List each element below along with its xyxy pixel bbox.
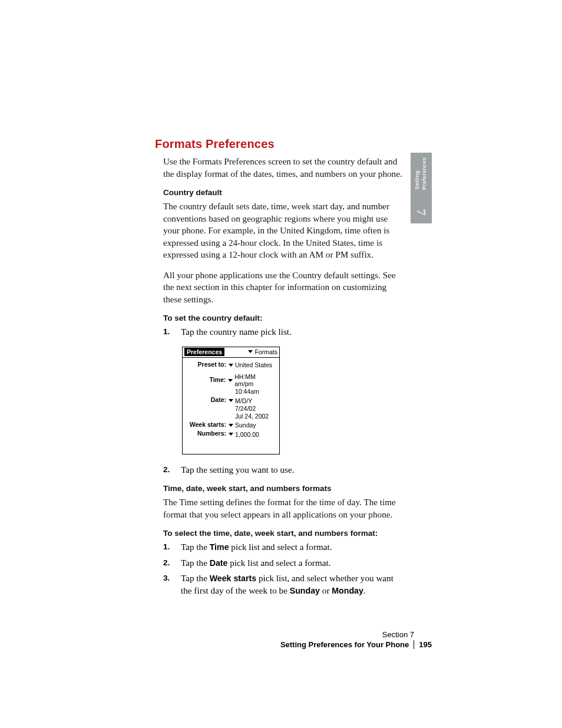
step-item: Tap the Date pick list and select a form… <box>163 557 402 569</box>
palm-row-time: Time: HH:MM am/pm <box>186 373 276 388</box>
section-heading: Formats Preferences <box>155 137 402 151</box>
dropdown-triangle-icon <box>248 350 253 353</box>
footer-page-number: 195 <box>414 640 432 649</box>
page-footer: Section 7 Setting Preferences for Your P… <box>280 630 432 649</box>
subhead-country-default: Country default <box>163 188 402 197</box>
country-paragraph-2: All your phone applications use the Coun… <box>163 269 402 306</box>
step-item: Tap the setting you want to use. <box>163 464 402 476</box>
palm-preset-picker: United States <box>229 361 272 368</box>
palm-week-picker: Sunday <box>229 421 256 429</box>
footer-chapter-title: Setting Preferences for Your Phone <box>280 640 414 649</box>
palm-numbers-picker: 1,000.00 <box>229 431 259 438</box>
chapter-thumb-tab: Setting Preferences 7 <box>411 153 432 223</box>
palm-time-example: 10:44am <box>235 388 276 396</box>
steps-set-country: Tap the country name pick list. <box>163 326 402 338</box>
palm-preferences-screenshot: Preferences Formats Preset to: United St… <box>182 347 280 454</box>
palm-titlebar: Preferences Formats <box>183 347 279 358</box>
steps-select-format: Tap the Time pick list and select a form… <box>163 541 402 597</box>
palm-row-numbers: Numbers: 1,000.00 <box>186 429 276 439</box>
chapter-tab-label: Setting Preferences <box>412 157 431 191</box>
country-paragraph-1: The country default sets date, time, wee… <box>163 200 402 261</box>
steps-set-country-cont: Tap the setting you want to use. <box>163 464 402 476</box>
subhead-formats: Time, date, week start, and numbers form… <box>163 484 402 493</box>
palm-time-picker: HH:MM am/pm <box>228 373 276 387</box>
palm-date-picker: M/D/Y <box>229 397 252 404</box>
palm-row-preset: Preset to: United States <box>186 360 276 370</box>
subhead-select-format: To select the time, date, week start, an… <box>163 529 402 538</box>
dropdown-triangle-icon <box>228 379 233 382</box>
palm-row-date: Date: M/D/Y <box>186 396 276 405</box>
subhead-set-country: To set the country default: <box>163 314 402 322</box>
step-item: Tap the country name pick list. <box>163 326 402 338</box>
dropdown-triangle-icon <box>229 364 233 367</box>
footer-section: Section 7 <box>280 630 432 639</box>
palm-title: Preferences <box>184 348 224 356</box>
step-item: Tap the Week starts pick list, and selec… <box>163 572 402 597</box>
palm-category-picker: Formats <box>248 348 277 355</box>
chapter-tab-number: 7 <box>414 202 429 223</box>
dropdown-triangle-icon <box>229 433 233 436</box>
intro-paragraph: Use the Formats Preferences screen to se… <box>163 156 402 180</box>
palm-row-week: Week starts: Sunday <box>186 420 276 430</box>
dropdown-triangle-icon <box>229 424 233 427</box>
dropdown-triangle-icon <box>229 399 233 402</box>
palm-date-example-2: Jul 24, 2002 <box>235 413 276 420</box>
formats-paragraph: The Time setting defines the format for … <box>163 496 402 521</box>
palm-date-example-1: 7/24/02 <box>235 405 276 413</box>
step-item: Tap the Time pick list and select a form… <box>163 541 402 554</box>
